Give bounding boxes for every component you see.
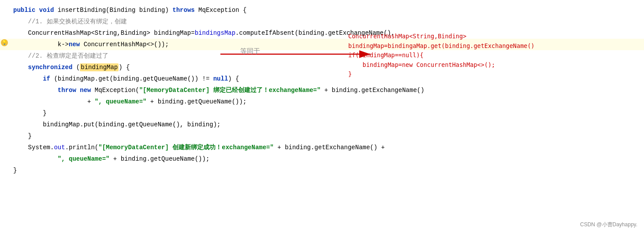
keyword-throws: throws [172,7,194,14]
explanation-line-4: bindingMap=new ConcurrentHashMap<>(); [348,60,535,70]
line-content-15: } [9,165,644,176]
string-1: "[MemoryDataCenter] 绑定已经创建过了！exchangeNam… [139,87,321,94]
line-content-3: ConcurrentHashMap<String,Binding> bindin… [9,28,644,38]
code-line-5: //2. 检查绑定是否创建过了 [0,50,644,62]
line-content-8: throw new MqException("[MemoryDataCenter… [9,85,644,96]
line-content-13: System.out.println("[MemoryDataCenter] 创… [9,142,644,153]
explanation-line-1: ConcurrentHashMap<String,Binding> [348,32,535,41]
explanation-box: ConcurrentHashMap<String,Binding> bindin… [348,32,535,79]
keyword-if: if [43,75,50,82]
line-content-2: //1. 如果交换机还没有绑定，创建 [9,16,644,27]
keyword-throw: throw [58,87,76,94]
line-content-7: if (bindingMap.get(binding.getQueueName(… [9,74,644,84]
line-content-10: } [9,108,644,118]
keyword-null: null [213,75,228,82]
code-line-1: public void insertBinding(Binding bindin… [0,4,644,16]
equiv-label: 等同于 [240,47,260,55]
code-container: public void insertBinding(Binding bindin… [0,0,644,232]
string-3: "[MemoryDataCenter] 创建新绑定成功！exchangeName… [98,144,274,151]
code-line-6: synchronized (bindingMap) { [0,62,644,73]
keyword-new: new [69,41,80,48]
code-line-11: bindingMap.put(binding.getQueueName(), b… [0,119,644,130]
comment-2: //2. 检查绑定是否创建过了 [28,52,108,59]
code-line-14: ", queueName=" + binding.getQueueName())… [0,153,644,165]
code-line-15: } [0,165,644,176]
string-2: ", queueName=" [95,98,147,105]
gutter-4: 💡 [0,39,9,46]
line-content-5: //2. 检查绑定是否创建过了 [9,51,644,61]
bindingmap-var: bindingMap [80,63,119,71]
code-line-12: } [0,130,644,142]
code-line-10: } [0,107,644,119]
code-line-7: if (bindingMap.get(binding.getQueueName(… [0,73,644,85]
explanation-line-3: if(bindingMap==null){ [348,51,535,60]
bulb-icon: 💡 [1,39,8,46]
keyword-public: public [13,7,35,14]
line-content-12: } [9,131,644,141]
keyword-void: void [39,7,54,14]
code-line-8: throw new MqException("[MemoryDataCenter… [0,85,644,96]
code-line-3: ConcurrentHashMap<String,Binding> bindin… [0,27,644,39]
line-content-4: k->new ConcurrentHashMap<>()); [9,39,644,50]
comment-1: //1. 如果交换机还没有绑定，创建 [28,18,127,25]
watermark: CSDN @小曹Dayhappy. [580,221,637,228]
explanation-line-2: bindingMap=bindingaMap.get(binding.getEx… [348,41,535,51]
keyword-synchronized: synchronized [28,64,73,71]
line-content-1: public void insertBinding(Binding bindin… [9,5,644,15]
line-content-14: ", queueName=" + binding.getQueueName())… [9,154,644,164]
explanation-line-5: } [348,70,535,79]
code-line-4: 💡 k->new ConcurrentHashMap<>()); [0,39,644,50]
line-content-6: synchronized (bindingMap) { [9,62,644,73]
line-content-11: bindingMap.put(binding.getQueueName(), b… [9,119,644,130]
string-4: ", queueName=" [58,155,110,162]
method-name: insertBinding [58,7,106,14]
line-content-9: + ", queueName=" + binding.getQueueName(… [9,96,644,107]
keyword-new-2: new [80,87,91,94]
code-line-13: System.out.println("[MemoryDataCenter] 创… [0,142,644,153]
code-line-2: //1. 如果交换机还没有绑定，创建 [0,16,644,27]
code-line-9: + ", queueName=" + binding.getQueueName(… [0,96,644,107]
